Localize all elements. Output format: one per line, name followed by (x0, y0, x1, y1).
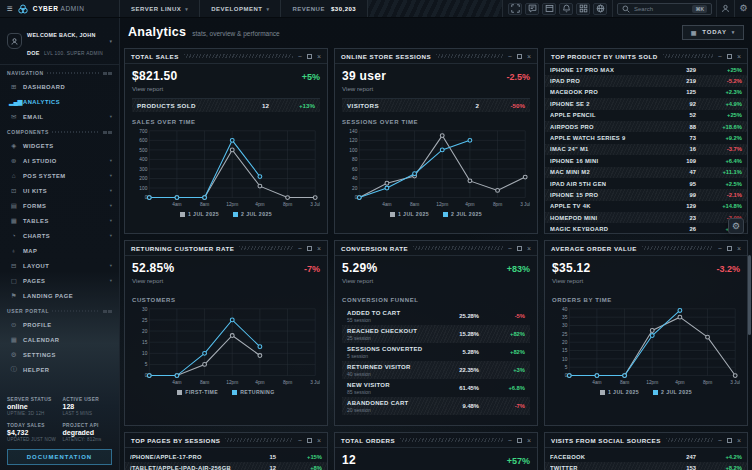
sidebar-item[interactable]: ◈ WIDGETS (0, 138, 119, 153)
scrollbar-thumb[interactable] (748, 255, 751, 335)
expand-icon[interactable] (307, 54, 312, 59)
sidebar-item[interactable]: ▦ TABLES ▾ (0, 213, 119, 228)
sidebar-item[interactable]: ⊟ LAYOUT ▾ (0, 258, 119, 273)
view-report-link[interactable]: View report (342, 277, 373, 284)
minimize-icon[interactable]: − (508, 53, 512, 60)
social-row[interactable]: TWITTER 153 +8.2% (545, 462, 747, 470)
minimize-icon[interactable]: − (508, 437, 512, 444)
funnel-row[interactable]: REACHED CHECKOUT25 session 15.28% +82% (342, 325, 530, 343)
minimize-icon[interactable]: − (508, 245, 512, 252)
item-icon: ⚑ (9, 292, 18, 300)
funnel-row[interactable]: ABANDONED CART20 session 9.48% -7% (342, 397, 530, 415)
close-icon[interactable]: × (737, 437, 741, 444)
product-row[interactable]: MACBOOK PRO 125 +2.3% (545, 87, 747, 98)
expand-icon[interactable] (517, 54, 522, 59)
user-icon[interactable] (716, 0, 734, 17)
fullscreen-icon[interactable] (508, 3, 522, 15)
svg-text:4pm: 4pm (255, 202, 264, 207)
product-row[interactable]: APPLE WATCH SERIES 9 73 +9.2% (545, 132, 747, 143)
sidebar-item[interactable]: ◔ CHARTS ▾ (0, 228, 119, 243)
page-row[interactable]: /PHONE/APPLE-17-PRO 15 +15% (125, 451, 327, 462)
view-report-link[interactable]: View report (552, 277, 583, 284)
expand-icon[interactable] (307, 246, 312, 251)
revenue-indicator[interactable]: REVENUE $30,203 (281, 0, 368, 17)
close-icon[interactable]: × (527, 437, 531, 444)
expand-icon[interactable] (517, 246, 522, 251)
sidebar-item[interactable]: ⚙ SETTINGS (0, 347, 119, 362)
close-icon[interactable]: × (737, 245, 741, 252)
product-row[interactable]: IPHONE 15 PRO 99 -2.1% (545, 189, 747, 200)
product-row[interactable]: HOMEPOD MINI 23 -3.9% (545, 212, 747, 223)
item-label: PROFILE (23, 322, 107, 328)
close-icon[interactable]: × (527, 245, 531, 252)
expand-icon[interactable] (727, 246, 732, 251)
page-title: Analytics (128, 25, 186, 39)
minimize-icon[interactable]: − (718, 437, 722, 444)
sidebar-item[interactable]: ⊡ UI KITS ▾ (0, 183, 119, 198)
product-row[interactable]: APPLE TV 4K 129 +14.8% (545, 201, 747, 212)
funnel-row[interactable]: RETURNED VISITOR40 session 22.35% +3% (342, 361, 530, 379)
chat-icon[interactable] (525, 3, 539, 15)
window-icon[interactable] (542, 3, 556, 15)
product-row[interactable]: IPHONE 16 MINI 109 +6.4% (545, 155, 747, 166)
expand-icon[interactable] (727, 438, 732, 443)
social-row[interactable]: FACEBOOK 247 +4.2% (545, 451, 747, 462)
page-row[interactable]: /TABLET/APPLE-IPAD-AIR-256GB 12 +8% (125, 462, 327, 470)
bell-icon[interactable] (559, 3, 573, 15)
view-report-link[interactable]: View report (132, 85, 163, 92)
svg-text:12pm: 12pm (646, 380, 658, 385)
product-row[interactable]: MAGIC KEYBOARD 26 +7.5% (545, 223, 747, 233)
sidebar-item[interactable]: ⓘ HELPER (0, 362, 119, 377)
sidebar-item[interactable]: ▤ FORMS ▾ (0, 198, 119, 213)
product-row[interactable]: APPLE PENCIL 52 +25% (545, 110, 747, 121)
funnel-row[interactable]: SESSIONS CONVERTED5 session 5.28% +82% (342, 343, 530, 361)
close-icon[interactable]: × (737, 53, 741, 60)
close-icon[interactable]: × (317, 53, 321, 60)
sidebar-item[interactable]: ⚑ LANDING PAGE (0, 288, 119, 303)
product-row[interactable]: IPHONE 17 PRO MAX 329 +25% (545, 64, 747, 75)
documentation-button[interactable]: DOCUMENTATION (7, 449, 112, 465)
sidebar-item[interactable]: ▦ CALENDAR (0, 332, 119, 347)
sidebar-item[interactable]: ⌂ POS SYSTEM ▾ (0, 168, 119, 183)
product-row[interactable]: AIRPODS PRO 88 +18.6% (545, 121, 747, 132)
product-row[interactable]: IMAC 24" M1 16 -3.7% (545, 144, 747, 155)
minimize-icon[interactable]: − (718, 53, 722, 60)
expand-icon[interactable] (727, 54, 732, 59)
sidebar-item[interactable]: ▢ PAGES ▾ (0, 273, 119, 288)
menu-development[interactable]: DEVELOPMENT▾ (200, 0, 281, 17)
customizer-toggle-button[interactable]: ⚙ (728, 218, 744, 234)
minimize-icon[interactable]: − (718, 245, 722, 252)
funnel-row[interactable]: NEW VISITOR85 session 61.45% +6.8% (342, 379, 530, 397)
expand-icon[interactable] (517, 438, 522, 443)
sidebar-item[interactable]: ⊙ PROFILE (0, 317, 119, 332)
settings-gear-icon[interactable]: ⚙ (734, 0, 752, 17)
sidebar-item[interactable]: ⊛ AI STUDIO ▾ (0, 153, 119, 168)
hamburger-icon[interactable]: ≡ (7, 4, 13, 14)
expand-icon[interactable] (307, 438, 312, 443)
minimize-icon[interactable]: − (298, 53, 302, 60)
chevron-down-icon: ▾ (109, 38, 112, 44)
close-icon[interactable]: × (317, 245, 321, 252)
view-report-link[interactable]: View report (132, 277, 163, 284)
view-report-link[interactable]: View report (342, 85, 373, 92)
sidebar-item[interactable]: ♁ MAP (0, 243, 119, 258)
product-row[interactable]: IPAD AIR 5TH GEN 95 +2.5% (545, 178, 747, 189)
sidebar-item[interactable]: ⊞ DASHBOARD (0, 79, 119, 94)
funnel-row[interactable]: ADDED TO CART55 session 25.28% -5% (342, 307, 530, 325)
sidebar-item[interactable]: ▂▄▆ ANALYTICS (0, 94, 119, 109)
user-welcome[interactable]: WELCOME BACK, JOHN DOE LVL 100. SUPER AD… (0, 18, 119, 65)
product-row[interactable]: IPAD PRO 219 -5.2% (545, 75, 747, 86)
menu-server[interactable]: SERVER LINUX▾ (120, 0, 200, 17)
product-row[interactable]: MAC MINI M2 47 +11.1% (545, 167, 747, 178)
grid-icon[interactable] (576, 3, 590, 15)
sidebar-item[interactable]: ✉ EMAIL ▾ (0, 109, 119, 124)
product-list: IPHONE 17 PRO MAX 329 +25% IPAD PRO 219 … (545, 64, 747, 233)
close-icon[interactable]: × (527, 53, 531, 60)
date-range-button[interactable]: ▦ TODAY ▾ (682, 25, 744, 40)
close-icon[interactable]: × (317, 437, 321, 444)
minimize-icon[interactable]: − (298, 245, 302, 252)
minimize-icon[interactable]: − (298, 437, 302, 444)
globe-icon[interactable] (593, 3, 607, 15)
search-input[interactable] (634, 6, 688, 12)
product-row[interactable]: IPHONE SE 2 92 +4.9% (545, 98, 747, 109)
